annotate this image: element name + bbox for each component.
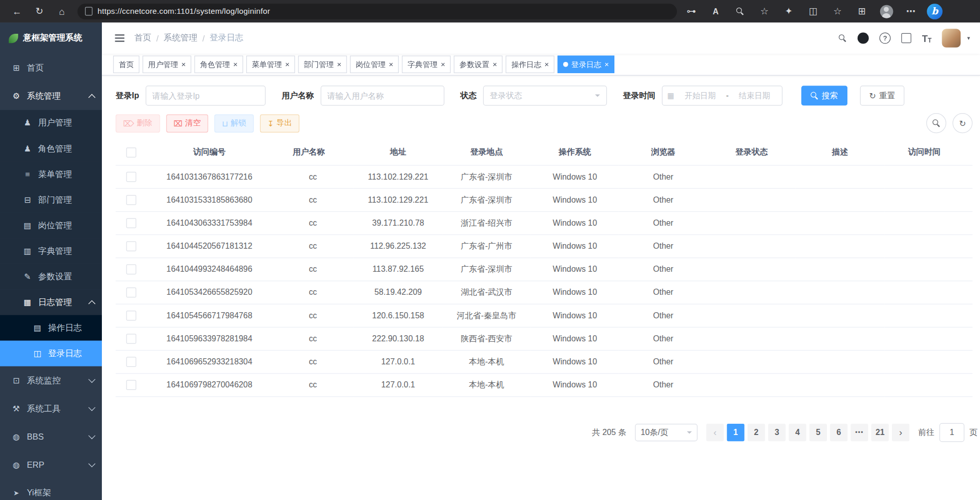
split-screen-icon[interactable] bbox=[805, 3, 821, 19]
row-checkbox[interactable] bbox=[126, 264, 137, 274]
column-header[interactable]: 浏览器 bbox=[619, 139, 708, 165]
profile-avatar[interactable] bbox=[878, 3, 894, 19]
page-button[interactable]: 5 bbox=[809, 424, 827, 441]
read-aloud-icon[interactable] bbox=[708, 3, 724, 19]
sidebar-item[interactable]: 角色管理 bbox=[0, 136, 102, 161]
refresh-table-button[interactable] bbox=[952, 113, 972, 133]
search-icon[interactable] bbox=[839, 34, 847, 42]
home-icon[interactable] bbox=[54, 3, 70, 19]
breadcrumb-home[interactable]: 首页 bbox=[134, 33, 151, 44]
status-select[interactable]: 登录状态 bbox=[483, 85, 607, 105]
tab[interactable]: 岗位管理 bbox=[350, 56, 399, 73]
date-range-picker[interactable]: 开始日期 - 结束日期 bbox=[662, 85, 782, 105]
delete-button[interactable]: 删除 bbox=[116, 114, 160, 132]
copilot-icon[interactable]: b bbox=[927, 4, 943, 19]
back-icon[interactable] bbox=[9, 3, 25, 19]
sidebar-item[interactable]: 操作日志 bbox=[0, 315, 102, 341]
column-header[interactable]: 登录地点 bbox=[442, 139, 531, 165]
sidebar-item[interactable]: 系统管理 bbox=[0, 82, 102, 110]
sidebar-item[interactable]: 首页 bbox=[0, 54, 102, 82]
user-avatar[interactable] bbox=[942, 29, 961, 48]
fullscreen-icon[interactable] bbox=[901, 33, 911, 44]
login-ip-input[interactable] bbox=[145, 85, 265, 105]
column-header[interactable]: 登录状态 bbox=[708, 139, 796, 165]
export-button[interactable]: 导出 bbox=[260, 114, 300, 132]
tab[interactable]: 操作日志 bbox=[506, 56, 555, 73]
sidebar-item[interactable]: ERP bbox=[0, 451, 102, 479]
collections-icon[interactable] bbox=[854, 3, 870, 19]
tab[interactable]: 菜单管理 bbox=[246, 56, 295, 73]
favorites-icon[interactable] bbox=[756, 3, 773, 19]
toggle-search-button[interactable] bbox=[926, 113, 946, 133]
column-header[interactable]: 操作系统 bbox=[530, 139, 619, 165]
column-header[interactable]: 描述 bbox=[796, 139, 884, 165]
sidebar-item[interactable]: BBS bbox=[0, 423, 102, 451]
tab[interactable]: 角色管理 bbox=[195, 56, 243, 73]
password-key-icon[interactable] bbox=[683, 3, 699, 19]
clear-button[interactable]: 清空 bbox=[166, 114, 208, 132]
sidebar-item[interactable]: 岗位管理 bbox=[0, 212, 102, 238]
zoom-icon[interactable] bbox=[732, 3, 748, 19]
column-header[interactable]: 访问编号 bbox=[147, 139, 272, 165]
row-checkbox[interactable] bbox=[126, 380, 137, 390]
column-header[interactable]: 地址 bbox=[354, 139, 442, 165]
tab[interactable]: 登录日志 bbox=[558, 56, 614, 73]
app-logo[interactable]: 意框架管理系统 bbox=[0, 23, 102, 54]
goto-page-input[interactable] bbox=[940, 423, 965, 442]
github-icon[interactable] bbox=[858, 33, 869, 44]
tab[interactable]: 参数设置 bbox=[454, 56, 502, 73]
tab[interactable]: 用户管理 bbox=[142, 56, 191, 73]
tab-close-icon[interactable] bbox=[544, 60, 549, 68]
row-checkbox[interactable] bbox=[126, 311, 137, 321]
tab-close-icon[interactable] bbox=[493, 60, 497, 68]
row-checkbox[interactable] bbox=[126, 218, 137, 228]
page-button[interactable]: 3 bbox=[768, 424, 785, 441]
search-button[interactable]: 搜索 bbox=[801, 85, 847, 105]
tab-close-icon[interactable] bbox=[233, 60, 238, 68]
sidebar-item[interactable]: 登录日志 bbox=[0, 341, 102, 366]
row-checkbox[interactable] bbox=[126, 241, 137, 251]
page-button[interactable]: ••• bbox=[850, 424, 868, 441]
favorites-bar-icon[interactable] bbox=[829, 3, 846, 19]
browser-menu-icon[interactable] bbox=[903, 3, 919, 19]
sidebar-item[interactable]: Yi框架 bbox=[0, 479, 102, 500]
help-icon[interactable]: ? bbox=[880, 33, 891, 44]
sort-icon[interactable] bbox=[328, 146, 333, 158]
sidebar-item[interactable]: 字典管理 bbox=[0, 238, 102, 264]
user-menu-caret-icon[interactable]: ▾ bbox=[967, 35, 970, 41]
sidebar-item[interactable]: 部门管理 bbox=[0, 187, 102, 212]
sidebar-item[interactable]: 用户管理 bbox=[0, 110, 102, 136]
refresh-icon[interactable] bbox=[31, 3, 48, 19]
page-button[interactable]: 2 bbox=[748, 424, 765, 441]
column-header[interactable]: 访问时间 bbox=[884, 139, 973, 165]
prev-page-button[interactable] bbox=[706, 424, 723, 441]
row-checkbox[interactable] bbox=[126, 195, 137, 205]
select-all-checkbox[interactable] bbox=[126, 147, 137, 158]
sidebar-item[interactable]: 日志管理 bbox=[0, 289, 102, 315]
tab[interactable]: 部门管理 bbox=[298, 56, 347, 73]
row-checkbox[interactable] bbox=[126, 288, 137, 298]
collapse-menu-icon[interactable] bbox=[113, 33, 125, 44]
sort-icon[interactable] bbox=[944, 146, 949, 158]
breadcrumb-system[interactable]: 系统管理 bbox=[164, 33, 198, 44]
row-checkbox[interactable] bbox=[126, 334, 137, 344]
font-size-icon[interactable]: TT bbox=[922, 33, 932, 44]
reset-button[interactable]: 重置 bbox=[860, 85, 905, 105]
username-input[interactable] bbox=[321, 85, 444, 105]
tab-close-icon[interactable] bbox=[181, 60, 186, 68]
unlock-button[interactable]: 解锁 bbox=[215, 114, 254, 132]
next-page-button[interactable] bbox=[892, 424, 909, 441]
tab[interactable]: 首页 bbox=[113, 56, 139, 73]
row-checkbox[interactable] bbox=[126, 357, 137, 367]
address-bar[interactable]: https://ccnetcore.com:1101/system/log/lo… bbox=[77, 4, 677, 19]
page-button[interactable]: 6 bbox=[830, 424, 847, 441]
page-button[interactable]: 21 bbox=[871, 424, 889, 441]
column-header[interactable]: 用户名称 bbox=[272, 139, 354, 165]
tab-close-icon[interactable] bbox=[605, 60, 609, 68]
sidebar-item[interactable]: 菜单管理 bbox=[0, 161, 102, 187]
page-button[interactable]: 4 bbox=[789, 424, 806, 441]
extensions-icon[interactable] bbox=[781, 3, 797, 19]
tab[interactable]: 字典管理 bbox=[402, 56, 451, 73]
tab-close-icon[interactable] bbox=[441, 60, 445, 68]
sidebar-item[interactable]: 参数设置 bbox=[0, 264, 102, 289]
